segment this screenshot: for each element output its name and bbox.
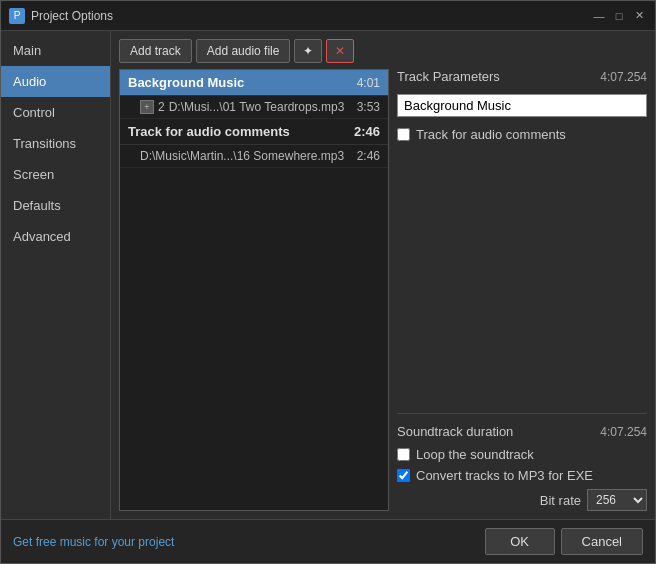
loop-checkbox[interactable] (397, 448, 410, 461)
add-audio-file-button[interactable]: Add audio file (196, 39, 291, 63)
sidebar-item-control[interactable]: Control (1, 97, 110, 128)
sidebar-item-defaults[interactable]: Defaults (1, 190, 110, 221)
sub-track-somewhere: D:\Music\Martin...\16 Somewhere.mp3 2:46 (120, 145, 388, 168)
track-list-container: Background Music 4:01 ➔ + 2 D:\Musi.. (119, 69, 389, 511)
maximize-button[interactable]: □ (611, 8, 627, 24)
bottom-section: Soundtrack duration 4:07.254 Loop the so… (397, 413, 647, 511)
sidebar-item-main[interactable]: Main (1, 35, 110, 66)
project-options-window: P Project Options — □ ✕ Main Audio Contr… (0, 0, 656, 564)
track-item-background-music[interactable]: Background Music 4:01 (120, 70, 388, 96)
background-music-row-wrapper: Background Music 4:01 ➔ (120, 70, 388, 96)
sub-track-teardrops: + 2 D:\Musi...\01 Two Teardrops.mp3 3:53 (120, 96, 388, 119)
audio-comments-duration: 2:46 (354, 124, 380, 139)
soundtrack-duration-value: 4:07.254 (600, 425, 647, 439)
sub-track-expand-btn[interactable]: + (140, 100, 154, 114)
main-content: Main Audio Control Transitions Screen De… (1, 31, 655, 519)
cancel-button[interactable]: Cancel (561, 528, 643, 555)
params-title-label: Track Parameters (397, 69, 500, 84)
window-icon: P (9, 8, 25, 24)
sub-track-filename: D:\Musi...\01 Two Teardrops.mp3 (169, 100, 345, 114)
params-header: Track Parameters 4:07.254 (397, 69, 647, 84)
track-name-label: Background Music (128, 75, 244, 90)
audio-comments-track-name: Track for audio comments (128, 124, 290, 139)
track-name-input[interactable] (397, 94, 647, 117)
audio-comments-checkbox[interactable] (397, 128, 410, 141)
convert-checkbox-row: Convert tracks to MP3 for EXE (397, 468, 647, 483)
soundtrack-label: Soundtrack duration (397, 424, 513, 439)
ok-button[interactable]: OK (485, 528, 555, 555)
remove-button[interactable]: ✕ (326, 39, 354, 63)
sidebar-item-advanced[interactable]: Advanced (1, 221, 110, 252)
toolbar: Add track Add audio file ✦ ✕ (119, 39, 647, 63)
sub-track-somewhere-filename: D:\Music\Martin...\16 Somewhere.mp3 (140, 149, 344, 163)
footer-buttons: OK Cancel (485, 528, 643, 555)
right-panel: Add track Add audio file ✦ ✕ Background … (111, 31, 655, 519)
sidebar-item-transitions[interactable]: Transitions (1, 128, 110, 159)
audio-comments-checkbox-label[interactable]: Track for audio comments (416, 127, 566, 142)
convert-checkbox[interactable] (397, 469, 410, 482)
icon-action-button[interactable]: ✦ (294, 39, 322, 63)
split-pane: Background Music 4:01 ➔ + 2 D:\Musi.. (119, 69, 647, 511)
loop-label[interactable]: Loop the soundtrack (416, 447, 534, 462)
params-duration-label: 4:07.254 (600, 70, 647, 84)
audio-comments-checkbox-row: Track for audio comments (397, 127, 647, 142)
window-title: Project Options (31, 9, 591, 23)
soundtrack-duration-row: Soundtrack duration 4:07.254 (397, 424, 647, 439)
add-track-button[interactable]: Add track (119, 39, 192, 63)
track-item-audio-comments[interactable]: Track for audio comments 2:46 (120, 119, 388, 145)
sidebar-item-audio[interactable]: Audio (1, 66, 110, 97)
close-button[interactable]: ✕ (631, 8, 647, 24)
title-bar-controls: — □ ✕ (591, 8, 647, 24)
sidebar-item-screen[interactable]: Screen (1, 159, 110, 190)
minimize-button[interactable]: — (591, 8, 607, 24)
free-music-link[interactable]: Get free music for your project (13, 535, 174, 549)
loop-checkbox-row: Loop the soundtrack (397, 447, 647, 462)
bit-rate-label: Bit rate (540, 493, 581, 508)
convert-label[interactable]: Convert tracks to MP3 for EXE (416, 468, 593, 483)
params-panel: Track Parameters 4:07.254 Track for audi… (397, 69, 647, 511)
sub-track-somewhere-duration: 2:46 (357, 149, 380, 163)
sub-track-number: 2 (158, 100, 165, 114)
sub-track-duration: 3:53 (357, 100, 380, 114)
bit-rate-select[interactable]: 64 128 192 256 320 (587, 489, 647, 511)
footer: Get free music for your project OK Cance… (1, 519, 655, 563)
track-list: Background Music 4:01 ➔ + 2 D:\Musi.. (119, 69, 389, 511)
bit-rate-row: Bit rate 64 128 192 256 320 (397, 489, 647, 511)
track-duration-label: 4:01 (357, 76, 380, 90)
sidebar: Main Audio Control Transitions Screen De… (1, 31, 111, 519)
title-bar: P Project Options — □ ✕ (1, 1, 655, 31)
